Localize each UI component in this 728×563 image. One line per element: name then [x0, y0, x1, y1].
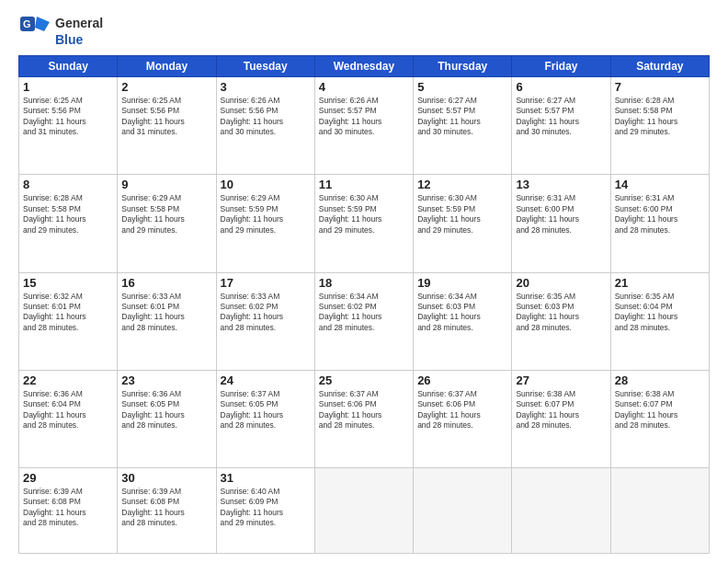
calendar-cell: 24Sunrise: 6:37 AM Sunset: 6:05 PM Dayli… [216, 370, 314, 467]
day-number: 13 [516, 178, 606, 191]
week-row-2: 8Sunrise: 6:28 AM Sunset: 5:58 PM Daylig… [19, 175, 710, 272]
page-header: G GeneralBlue [18, 15, 710, 48]
weekday-header-sunday: Sunday [19, 56, 118, 77]
calendar-cell: 5Sunrise: 6:27 AM Sunset: 5:57 PM Daylig… [414, 77, 512, 175]
calendar-cell: 31Sunrise: 6:40 AM Sunset: 6:09 PM Dayli… [216, 468, 314, 554]
calendar-cell: 7Sunrise: 6:28 AM Sunset: 5:58 PM Daylig… [610, 77, 709, 175]
calendar-cell: 25Sunrise: 6:37 AM Sunset: 6:06 PM Dayli… [314, 370, 413, 467]
day-number: 31 [221, 471, 311, 485]
day-info: Sunrise: 6:37 AM Sunset: 6:06 PM Dayligh… [319, 389, 409, 431]
day-number: 3 [221, 80, 311, 94]
logo-icon: G [18, 15, 51, 48]
logo: G GeneralBlue [18, 15, 103, 48]
day-info: Sunrise: 6:36 AM Sunset: 6:04 PM Dayligh… [23, 389, 113, 431]
calendar-cell: 17Sunrise: 6:33 AM Sunset: 6:02 PM Dayli… [216, 272, 314, 370]
day-info: Sunrise: 6:25 AM Sunset: 5:56 PM Dayligh… [121, 96, 211, 138]
calendar-cell: 28Sunrise: 6:38 AM Sunset: 6:07 PM Dayli… [610, 370, 709, 467]
day-number: 14 [615, 178, 705, 191]
day-number: 6 [516, 80, 606, 94]
day-info: Sunrise: 6:30 AM Sunset: 5:59 PM Dayligh… [319, 193, 409, 236]
day-number: 4 [319, 80, 409, 94]
weekday-header-saturday: Saturday [610, 56, 709, 77]
calendar-cell: 29Sunrise: 6:39 AM Sunset: 6:08 PM Dayli… [19, 468, 118, 554]
calendar-cell: 18Sunrise: 6:34 AM Sunset: 6:02 PM Dayli… [314, 272, 413, 370]
day-number: 22 [23, 373, 113, 387]
calendar-cell [512, 468, 610, 554]
day-info: Sunrise: 6:39 AM Sunset: 6:08 PM Dayligh… [121, 487, 211, 529]
day-number: 18 [319, 276, 409, 290]
weekday-header-monday: Monday [118, 56, 216, 77]
calendar-cell: 4Sunrise: 6:26 AM Sunset: 5:57 PM Daylig… [314, 77, 413, 175]
weekday-header-row: SundayMondayTuesdayWednesdayThursdayFrid… [19, 56, 710, 77]
logo-general-text: General [55, 16, 103, 30]
day-info: Sunrise: 6:37 AM Sunset: 6:05 PM Dayligh… [221, 389, 311, 431]
week-row-4: 22Sunrise: 6:36 AM Sunset: 6:04 PM Dayli… [19, 370, 710, 467]
svg-marker-2 [35, 17, 50, 31]
day-number: 10 [221, 178, 311, 191]
day-number: 28 [615, 373, 705, 387]
calendar-cell: 3Sunrise: 6:26 AM Sunset: 5:56 PM Daylig… [216, 77, 314, 175]
day-info: Sunrise: 6:39 AM Sunset: 6:08 PM Dayligh… [23, 487, 113, 529]
calendar-cell: 19Sunrise: 6:34 AM Sunset: 6:03 PM Dayli… [414, 272, 512, 370]
calendar-cell: 9Sunrise: 6:29 AM Sunset: 5:58 PM Daylig… [118, 175, 216, 272]
weekday-header-thursday: Thursday [414, 56, 512, 77]
day-number: 16 [121, 276, 211, 290]
day-number: 12 [417, 178, 507, 191]
day-info: Sunrise: 6:35 AM Sunset: 6:03 PM Dayligh… [516, 292, 606, 334]
weekday-header-wednesday: Wednesday [314, 56, 413, 77]
calendar-cell: 27Sunrise: 6:38 AM Sunset: 6:07 PM Dayli… [512, 370, 610, 467]
weekday-header-tuesday: Tuesday [216, 56, 314, 77]
day-number: 30 [121, 471, 211, 485]
day-number: 9 [121, 178, 211, 191]
calendar-cell: 2Sunrise: 6:25 AM Sunset: 5:56 PM Daylig… [118, 77, 216, 175]
day-info: Sunrise: 6:30 AM Sunset: 5:59 PM Dayligh… [417, 193, 507, 236]
day-number: 8 [23, 178, 113, 191]
day-number: 19 [417, 276, 507, 290]
day-number: 20 [516, 276, 606, 290]
day-info: Sunrise: 6:35 AM Sunset: 6:04 PM Dayligh… [615, 292, 705, 334]
calendar-cell: 10Sunrise: 6:29 AM Sunset: 5:59 PM Dayli… [216, 175, 314, 272]
day-number: 26 [417, 373, 507, 387]
day-number: 7 [615, 80, 705, 94]
day-number: 11 [319, 178, 409, 191]
calendar-cell: 16Sunrise: 6:33 AM Sunset: 6:01 PM Dayli… [118, 272, 216, 370]
day-number: 27 [516, 373, 606, 387]
day-info: Sunrise: 6:26 AM Sunset: 5:57 PM Dayligh… [319, 96, 409, 138]
day-info: Sunrise: 6:29 AM Sunset: 5:59 PM Dayligh… [221, 193, 311, 236]
day-number: 23 [121, 373, 211, 387]
day-number: 21 [615, 276, 705, 290]
day-info: Sunrise: 6:27 AM Sunset: 5:57 PM Dayligh… [417, 96, 507, 138]
weekday-header-friday: Friday [512, 56, 610, 77]
day-number: 15 [23, 276, 113, 290]
calendar-cell: 14Sunrise: 6:31 AM Sunset: 6:00 PM Dayli… [610, 175, 709, 272]
day-number: 2 [121, 80, 211, 94]
svg-text:G: G [23, 18, 31, 29]
day-info: Sunrise: 6:27 AM Sunset: 5:57 PM Dayligh… [516, 96, 606, 138]
calendar-cell [610, 468, 709, 554]
day-info: Sunrise: 6:29 AM Sunset: 5:58 PM Dayligh… [121, 193, 211, 236]
calendar-cell: 30Sunrise: 6:39 AM Sunset: 6:08 PM Dayli… [118, 468, 216, 554]
calendar-table: SundayMondayTuesdayWednesdayThursdayFrid… [18, 55, 710, 554]
day-info: Sunrise: 6:33 AM Sunset: 6:01 PM Dayligh… [121, 292, 211, 334]
day-info: Sunrise: 6:37 AM Sunset: 6:06 PM Dayligh… [417, 389, 507, 431]
calendar-cell: 12Sunrise: 6:30 AM Sunset: 5:59 PM Dayli… [414, 175, 512, 272]
day-info: Sunrise: 6:34 AM Sunset: 6:02 PM Dayligh… [319, 292, 409, 334]
day-number: 24 [221, 373, 311, 387]
calendar-cell: 6Sunrise: 6:27 AM Sunset: 5:57 PM Daylig… [512, 77, 610, 175]
logo-blue-text: Blue [55, 32, 83, 47]
day-number: 5 [417, 80, 507, 94]
day-info: Sunrise: 6:31 AM Sunset: 6:00 PM Dayligh… [516, 193, 606, 236]
day-info: Sunrise: 6:40 AM Sunset: 6:09 PM Dayligh… [221, 487, 311, 529]
day-info: Sunrise: 6:28 AM Sunset: 5:58 PM Dayligh… [23, 193, 113, 236]
day-info: Sunrise: 6:38 AM Sunset: 6:07 PM Dayligh… [615, 389, 705, 431]
calendar-cell: 15Sunrise: 6:32 AM Sunset: 6:01 PM Dayli… [19, 272, 118, 370]
day-info: Sunrise: 6:36 AM Sunset: 6:05 PM Dayligh… [121, 389, 211, 431]
calendar-cell [414, 468, 512, 554]
day-info: Sunrise: 6:26 AM Sunset: 5:56 PM Dayligh… [221, 96, 311, 138]
day-info: Sunrise: 6:31 AM Sunset: 6:00 PM Dayligh… [615, 193, 705, 236]
calendar-cell: 8Sunrise: 6:28 AM Sunset: 5:58 PM Daylig… [19, 175, 118, 272]
day-number: 1 [23, 80, 113, 94]
calendar-cell: 20Sunrise: 6:35 AM Sunset: 6:03 PM Dayli… [512, 272, 610, 370]
day-info: Sunrise: 6:34 AM Sunset: 6:03 PM Dayligh… [417, 292, 507, 334]
day-number: 17 [221, 276, 311, 290]
